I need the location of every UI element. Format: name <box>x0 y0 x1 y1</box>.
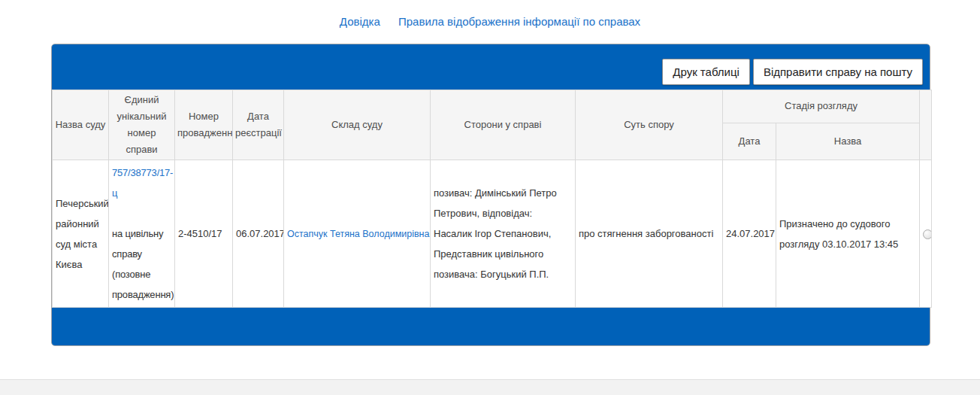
help-link[interactable]: Довідка <box>340 15 380 28</box>
table-footer-bar <box>52 308 930 345</box>
case-type-label: на цивільну справу (позовне провадження) <box>112 223 171 305</box>
table-row: Печерський районний суд міста Києва 757/… <box>53 160 932 308</box>
select-case-radio[interactable] <box>923 229 932 239</box>
proceeding-number-cell: 2-4510/17 <box>175 160 233 308</box>
parties-cell: позивач: Димінський Петро Петрович, відп… <box>431 160 576 308</box>
send-case-to-mail-button[interactable]: Відправити справу на пошту <box>753 59 923 85</box>
registration-date-cell: 06.07.2017 <box>233 160 284 308</box>
case-number-cell: 757/38773/17-ц на цивільну справу (позов… <box>109 160 175 308</box>
column-header-stage-date: Дата <box>723 123 776 160</box>
column-header-proceeding-number: Номер провадження <box>175 90 233 160</box>
essence-cell: про стягнення заборгованості <box>576 160 723 308</box>
column-header-stage-group: Стадія розгляду <box>723 90 920 123</box>
column-header-case-number: Єдиний унікальний номер справи <box>109 90 175 160</box>
cases-table: Назва суду Єдиний унікальний номер справ… <box>52 90 932 308</box>
display-rules-link[interactable]: Правила відображення інформації по справ… <box>398 15 640 28</box>
column-header-parties: Сторони у справі <box>431 90 576 160</box>
judges-cell: Остапчук Тетяна Володимирівна <box>284 160 431 308</box>
column-header-registration-date: Дата реєстрації <box>233 90 284 160</box>
judge-link[interactable]: Остапчук Тетяна Володимирівна <box>287 229 429 239</box>
column-header-essence: Суть спору <box>576 90 723 160</box>
select-case-cell <box>920 160 932 308</box>
cases-panel: Друк таблиці Відправити справу на пошту … <box>51 44 930 346</box>
stage-name-cell: Призначено до судового розгляду 03.10.20… <box>776 160 920 308</box>
top-nav: Довідка Правила відображення інформації … <box>0 0 980 28</box>
column-header-select <box>920 90 932 160</box>
page-footer-bar <box>0 379 980 395</box>
print-table-button[interactable]: Друк таблиці <box>662 59 750 85</box>
column-header-judges: Склад суду <box>284 90 431 160</box>
court-cell: Печерський районний суд міста Києва <box>53 160 109 308</box>
table-toolbar-bar: Друк таблиці Відправити справу на пошту <box>52 44 930 90</box>
column-header-stage-name: Назва <box>776 123 920 160</box>
case-number-link[interactable]: 757/38773/17-ц <box>112 167 173 199</box>
stage-date-cell: 24.07.2017 <box>723 160 776 308</box>
column-header-court: Назва суду <box>53 90 109 160</box>
